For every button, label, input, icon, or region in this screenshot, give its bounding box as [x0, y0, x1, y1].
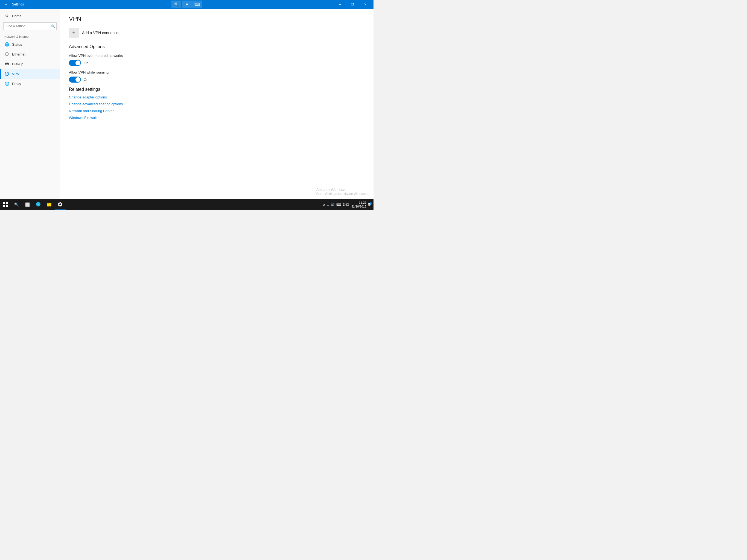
- titlebar: ← Settings 🔍 ≡ ⌨ ─ ❐ ✕: [0, 0, 374, 9]
- status-icon: 🌐: [4, 42, 9, 47]
- sidebar-item-vpn[interactable]: VPN: [0, 69, 60, 79]
- page-title: VPN: [69, 15, 365, 22]
- add-vpn-plus-icon: +: [69, 28, 79, 38]
- system-tray: ∧ □ 🔊 ⌨ ENG: [323, 203, 350, 206]
- vpn-roaming-toggle[interactable]: [69, 77, 81, 82]
- search-taskbar-button[interactable]: 🔍: [11, 199, 22, 210]
- add-vpn-label: Add a VPN connection: [82, 31, 121, 35]
- titlebar-center-icons: 🔍 ≡ ⌨: [172, 1, 202, 8]
- sidebar-item-proxy[interactable]: 🌐 Proxy: [0, 79, 60, 88]
- search-input[interactable]: [3, 22, 57, 30]
- task-view-button[interactable]: ⬜: [22, 199, 33, 210]
- taskbar-left: 🔍 ⬜ e: [0, 199, 66, 210]
- sidebar-item-status[interactable]: 🌐 Status: [0, 40, 60, 49]
- close-button[interactable]: ✕: [359, 0, 371, 9]
- ethernet-icon: 🖵: [4, 52, 9, 57]
- sidebar-item-ethernet[interactable]: 🖵 Ethernet: [0, 49, 60, 59]
- notification-center-button[interactable]: 💬 1: [367, 203, 371, 206]
- network-icon[interactable]: □: [327, 203, 329, 206]
- home-icon: ⚙: [4, 14, 9, 18]
- svg-text:e: e: [38, 203, 39, 206]
- clock-time: 11:27: [351, 201, 366, 205]
- taskbar-clock[interactable]: 11:27 31/10/2016: [351, 201, 366, 209]
- minimize-button[interactable]: ─: [334, 0, 346, 9]
- sidebar-item-vpn-label: VPN: [12, 72, 19, 76]
- option2-toggle-row: On: [69, 77, 365, 82]
- search-container: 🔍: [0, 21, 60, 32]
- sidebar-item-dialup[interactable]: ☎ Dial-up: [0, 59, 60, 69]
- search-toolbar-button[interactable]: 🔍: [172, 1, 181, 8]
- sidebar-item-ethernet-label: Ethernet: [12, 52, 25, 56]
- keyboard-toolbar-button[interactable]: ⌨: [192, 1, 202, 8]
- sidebar: ⚙ Home 🔍 Network & Internet 🌐 Status 🖵 E…: [0, 9, 60, 199]
- sidebar-item-status-label: Status: [12, 42, 22, 47]
- keyboard-icon[interactable]: ⌨: [336, 203, 341, 206]
- change-advanced-sharing-link[interactable]: Change advanced sharing options: [69, 102, 365, 106]
- sidebar-item-dialup-label: Dial-up: [12, 62, 23, 66]
- svg-rect-11: [47, 203, 49, 203]
- svg-rect-6: [6, 205, 8, 207]
- proxy-icon: 🌐: [4, 81, 9, 86]
- sidebar-item-home[interactable]: ⚙ Home: [0, 11, 60, 21]
- vpn-icon: [4, 71, 9, 76]
- sidebar-section-label: Network & Internet: [0, 33, 60, 40]
- dialup-icon: ☎: [4, 61, 9, 67]
- sidebar-item-proxy-label: Proxy: [12, 82, 21, 86]
- taskbar: 🔍 ⬜ e ∧ □ 🔊 ⌨ ENG: [0, 199, 374, 210]
- menu-toolbar-button[interactable]: ≡: [182, 1, 192, 8]
- app-body: ⚙ Home 🔍 Network & Internet 🌐 Status 🖵 E…: [0, 9, 374, 199]
- ie-taskbar-app[interactable]: e: [33, 199, 44, 210]
- language-indicator[interactable]: ENG: [343, 203, 349, 206]
- related-settings-title: Related settings: [69, 87, 365, 92]
- titlebar-title: Settings: [12, 2, 24, 6]
- svg-rect-5: [3, 205, 5, 207]
- back-button[interactable]: ←: [2, 1, 10, 8]
- windows-firewall-link[interactable]: Windows Firewall: [69, 116, 365, 120]
- network-sharing-center-link[interactable]: Network and Sharing Center: [69, 109, 365, 113]
- option2-status: On: [84, 78, 88, 82]
- option1-label: Allow VPN over metered networks: [69, 54, 365, 58]
- taskbar-right: ∧ □ 🔊 ⌨ ENG 11:27 31/10/2016 💬 1: [323, 201, 374, 209]
- option2-label: Allow VPN while roaming: [69, 70, 365, 74]
- explorer-taskbar-app[interactable]: [44, 199, 55, 210]
- start-button[interactable]: [0, 199, 11, 210]
- option1-status: On: [84, 61, 88, 65]
- change-adapter-options-link[interactable]: Change adapter options: [69, 95, 365, 99]
- home-label: Home: [12, 14, 22, 18]
- vpn-metered-toggle[interactable]: [69, 60, 81, 66]
- chevron-up-icon[interactable]: ∧: [323, 203, 325, 206]
- titlebar-left: ← Settings: [2, 1, 24, 8]
- advanced-options-title: Advanced Options: [69, 44, 365, 49]
- add-vpn-button[interactable]: + Add a VPN connection: [69, 28, 121, 38]
- svg-rect-4: [6, 202, 8, 204]
- svg-rect-3: [3, 202, 5, 204]
- clock-date: 31/10/2016: [351, 205, 366, 208]
- main-content: VPN + Add a VPN connection Advanced Opti…: [60, 9, 374, 199]
- window-controls: ─ ❐ ✕: [334, 0, 371, 9]
- volume-icon[interactable]: 🔊: [331, 203, 335, 206]
- notification-badge: 1: [370, 202, 372, 205]
- settings-taskbar-app[interactable]: [55, 199, 66, 210]
- option1-toggle-row: On: [69, 60, 365, 66]
- restore-button[interactable]: ❐: [346, 0, 359, 9]
- search-wrapper: 🔍: [3, 22, 57, 30]
